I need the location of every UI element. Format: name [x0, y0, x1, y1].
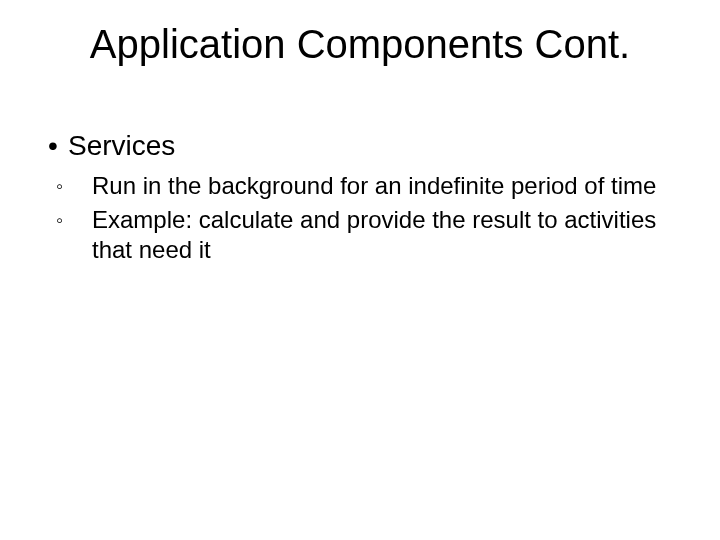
bullet-dot-icon: • — [48, 128, 68, 163]
bullet-level2-text: Run in the background for an indefinite … — [92, 172, 656, 199]
bullet-level2: ◦Example: calculate and provide the resu… — [48, 205, 660, 265]
slide: Application Components Cont. •Services ◦… — [0, 0, 720, 540]
bullet-level2: ◦Run in the background for an indefinite… — [48, 171, 660, 201]
bullet-level1-text: Services — [68, 130, 175, 161]
bullet-ring-icon: ◦ — [74, 174, 92, 199]
slide-title: Application Components Cont. — [0, 22, 720, 67]
bullet-ring-icon: ◦ — [74, 208, 92, 233]
bullet-level2-text: Example: calculate and provide the resul… — [92, 206, 656, 263]
bullet-level1: •Services — [48, 128, 660, 163]
slide-body: •Services ◦Run in the background for an … — [48, 128, 660, 269]
